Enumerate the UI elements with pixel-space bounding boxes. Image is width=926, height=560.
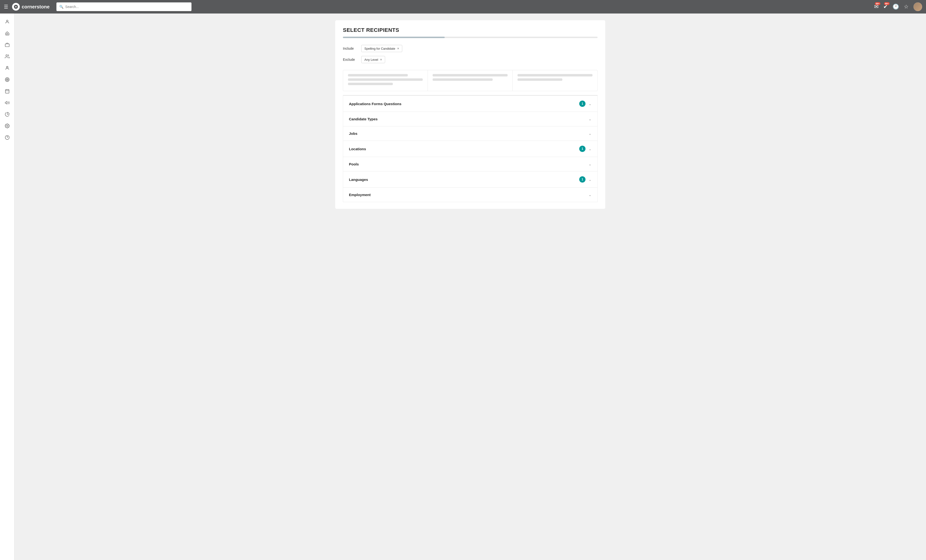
tasks-button[interactable]: ✔ 99+ xyxy=(883,4,888,10)
accordion-item-pools: Pools ⌄ xyxy=(343,157,597,171)
chevron-down-icon: ⌄ xyxy=(589,192,592,197)
sidebar-item-jobs[interactable] xyxy=(2,39,12,50)
logo[interactable]: cornerstone xyxy=(12,3,50,11)
search-icon: 🔍 xyxy=(59,5,64,9)
accordion-item-jobs: Jobs ⌄ xyxy=(343,126,597,141)
skeleton-loading xyxy=(343,70,598,91)
accordion-title-candidate-types: Candidate Types xyxy=(349,117,378,121)
skeleton-line xyxy=(433,79,492,81)
accordion-right-languages: 1 ⌄ xyxy=(579,176,592,183)
recipients-accordion: Applications Forms Questions 1 ⌄ Candida… xyxy=(343,95,598,202)
sidebar-item-calendar[interactable] xyxy=(2,86,12,97)
accordion-item-locations: Locations 1 ⌄ xyxy=(343,141,597,157)
accordion-header-pools[interactable]: Pools ⌄ xyxy=(343,157,597,171)
svg-point-1 xyxy=(6,20,8,22)
sidebar-item-announcements[interactable] xyxy=(2,97,12,108)
nav-icons: ✉ 99+ ✔ 99+ 🕐 ☆ xyxy=(874,2,922,11)
favorites-button[interactable]: ☆ xyxy=(904,4,909,10)
accordion-item-languages: Languages 1 ⌄ xyxy=(343,171,597,188)
logo-icon xyxy=(12,3,20,11)
exclude-tag[interactable]: Any Level × xyxy=(361,56,385,63)
page-title: SELECT RECIPIENTS xyxy=(343,27,598,33)
badge-locations: 1 xyxy=(579,146,586,152)
mail-button[interactable]: ✉ 99+ xyxy=(874,4,879,10)
search-bar[interactable]: 🔍 xyxy=(56,2,191,11)
accordion-right-employment: ⌄ xyxy=(589,192,592,197)
hamburger-menu-button[interactable]: ☰ xyxy=(4,4,8,10)
chevron-down-icon: ⌄ xyxy=(589,117,592,121)
accordion-title-app-forms: Applications Forms Questions xyxy=(349,102,401,106)
svg-point-3 xyxy=(6,55,8,56)
skeleton-line xyxy=(348,74,408,76)
include-label: Include xyxy=(343,47,357,50)
accordion-title-locations: Locations xyxy=(349,147,366,151)
chevron-down-icon: ⌄ xyxy=(589,177,592,182)
sidebar-item-settings[interactable] xyxy=(2,121,12,131)
skeleton-line xyxy=(517,74,593,76)
sidebar-item-profile[interactable] xyxy=(2,17,12,27)
accordion-header-locations[interactable]: Locations 1 ⌄ xyxy=(343,141,597,157)
accordion-right-app-forms: 1 ⌄ xyxy=(579,101,592,107)
accordion-title-pools: Pools xyxy=(349,162,359,166)
accordion-header-jobs[interactable]: Jobs ⌄ xyxy=(343,126,597,141)
accordion-header-employment[interactable]: Employment ⌄ xyxy=(343,188,597,202)
include-tag[interactable]: Spelling for Candidate × xyxy=(361,45,402,52)
sidebar xyxy=(0,14,14,560)
sidebar-item-people[interactable] xyxy=(2,51,12,62)
progress-bar xyxy=(343,37,598,38)
skeleton-line xyxy=(348,83,393,85)
accordion-right-jobs: ⌄ xyxy=(589,131,592,136)
skeleton-line xyxy=(517,79,563,81)
svg-point-14 xyxy=(6,126,8,127)
avatar-image xyxy=(914,2,922,11)
chevron-down-icon: ⌄ xyxy=(589,162,592,166)
skeleton-col-2 xyxy=(428,70,513,91)
svg-point-6 xyxy=(5,78,9,82)
accordion-item-employment: Employment ⌄ xyxy=(343,188,597,202)
badge-languages: 1 xyxy=(579,176,586,183)
chevron-down-icon: ⌄ xyxy=(589,147,592,151)
logo-text: cornerstone xyxy=(22,4,50,10)
svg-point-5 xyxy=(6,66,8,68)
accordion-title-jobs: Jobs xyxy=(349,132,357,136)
skeleton-col-3 xyxy=(513,70,597,91)
include-tag-remove[interactable]: × xyxy=(397,47,399,50)
exclude-label: Exclude xyxy=(343,58,357,62)
history-icon: 🕐 xyxy=(893,4,899,10)
sidebar-item-candidates[interactable] xyxy=(2,63,12,73)
accordion-item-app-forms: Applications Forms Questions 1 ⌄ xyxy=(343,95,597,112)
sidebar-item-goals[interactable] xyxy=(2,74,12,85)
filters-section: Include Spelling for Candidate × Exclude… xyxy=(343,45,598,63)
chevron-down-icon: ⌄ xyxy=(589,101,592,106)
accordion-title-employment: Employment xyxy=(349,193,371,197)
select-recipients-card: SELECT RECIPIENTS Include Spelling for C… xyxy=(335,20,605,209)
history-button[interactable]: 🕐 xyxy=(893,4,899,10)
skeleton-line xyxy=(348,79,423,81)
user-avatar[interactable] xyxy=(914,2,922,11)
skeleton-col-1 xyxy=(343,70,428,91)
main-content: SELECT RECIPIENTS Include Spelling for C… xyxy=(14,14,926,560)
include-filter-row: Include Spelling for Candidate × xyxy=(343,45,598,52)
star-icon: ☆ xyxy=(904,4,909,10)
accordion-header-languages[interactable]: Languages 1 ⌄ xyxy=(343,171,597,188)
accordion-header-app-forms[interactable]: Applications Forms Questions 1 ⌄ xyxy=(343,96,597,112)
accordion-header-candidate-types[interactable]: Candidate Types ⌄ xyxy=(343,112,597,126)
accordion-right-locations: 1 ⌄ xyxy=(579,146,592,152)
sidebar-item-reports[interactable] xyxy=(2,109,12,120)
search-input[interactable] xyxy=(65,5,189,9)
svg-point-7 xyxy=(6,79,8,81)
progress-bar-fill xyxy=(343,37,445,38)
sidebar-item-help[interactable] xyxy=(2,132,12,143)
sidebar-item-home[interactable] xyxy=(2,28,12,39)
exclude-filter-row: Exclude Any Level × xyxy=(343,56,598,63)
accordion-right-pools: ⌄ xyxy=(589,162,592,166)
top-navigation: ☰ cornerstone 🔍 ✉ 99+ ✔ 99+ 🕐 ☆ xyxy=(0,0,926,14)
accordion-title-languages: Languages xyxy=(349,177,368,182)
badge-app-forms: 1 xyxy=(579,101,586,107)
svg-rect-2 xyxy=(5,44,9,47)
exclude-tag-remove[interactable]: × xyxy=(380,58,382,62)
exclude-tag-text: Any Level xyxy=(365,58,378,62)
include-tag-text: Spelling for Candidate xyxy=(365,47,395,50)
accordion-item-candidate-types: Candidate Types ⌄ xyxy=(343,112,597,126)
chevron-down-icon: ⌄ xyxy=(589,131,592,136)
